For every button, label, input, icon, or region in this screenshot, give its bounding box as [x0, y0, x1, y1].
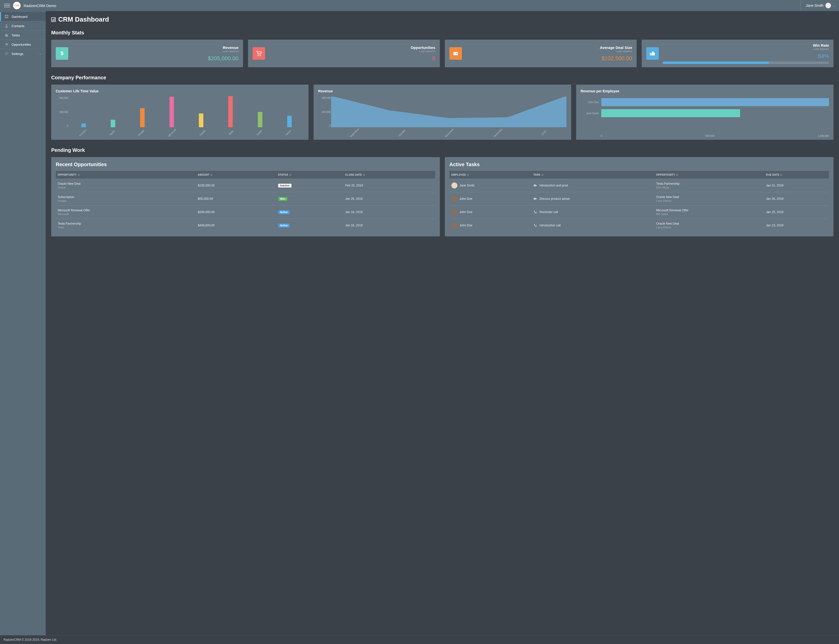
sort-icon: ☰: [363, 174, 365, 176]
status-badge: Inactive: [278, 184, 291, 187]
svg-rect-12: [52, 20, 53, 21]
status-badge: Active: [278, 223, 290, 227]
user-menu[interactable]: Jane Smith ⌄: [801, 0, 835, 11]
avatar-icon: [451, 196, 457, 202]
table-row[interactable]: John DoeIntroduction callOracle New Deal…: [449, 219, 829, 232]
tasks-icon: [5, 33, 8, 37]
chart-icon: [51, 17, 56, 22]
stat-card-opportunities: OpportunitiesLAST MONTH8: [248, 39, 440, 67]
table-row[interactable]: Oracle New DealOracle$150,000.00Inactive…: [56, 179, 435, 192]
avatar-icon: [451, 209, 457, 215]
contacts-icon: [5, 24, 8, 28]
column-header[interactable]: STATUS☰: [276, 171, 343, 179]
progress-bar: [663, 61, 829, 64]
phone-icon: [533, 210, 538, 214]
bar: [228, 96, 233, 127]
stat-card-win-rate: Win RateLAST MONTH64%: [642, 39, 834, 67]
section-title: Pending Work: [51, 147, 834, 153]
app-title: RadzenCRM Demo: [24, 3, 56, 8]
sort-icon: ☰: [541, 174, 543, 176]
svg-point-11: [6, 53, 7, 54]
svg-text:$: $: [61, 51, 63, 56]
svg-marker-20: [331, 97, 566, 127]
revenue-chart: Revenue 200,000100,0000 SeptemberOctober…: [314, 85, 571, 140]
cart-icon: [5, 43, 8, 46]
column-header[interactable]: AMOUNT☰: [196, 171, 276, 179]
app-logo: CRM: [13, 2, 21, 9]
pending-row: Recent Opportunities OPPORTUNITY☰AMOUNT☰…: [51, 157, 834, 237]
bar: [140, 108, 145, 127]
phone-icon: [533, 223, 538, 227]
opportunities-card: Recent Opportunities OPPORTUNITY☰AMOUNT☰…: [51, 157, 440, 237]
bar: [111, 120, 115, 128]
topbar: CRM RadzenCRM Demo Jane Smith ⌄: [0, 0, 839, 11]
bar: [199, 113, 203, 127]
sort-icon: ☰: [676, 174, 678, 176]
bar: [258, 112, 262, 127]
svg-point-9: [6, 46, 7, 46]
stat-card-average-deal-size: Average Deal SizeLAST MONTH$102,500.00: [445, 39, 637, 67]
avatar-icon: [451, 182, 457, 189]
table-row[interactable]: John DoeDiscuss product advanOracle New …: [449, 192, 829, 205]
svg-rect-8: [6, 34, 7, 34]
gear-icon: [5, 52, 8, 56]
footer: RadzenCRM © 2016-2019, Radzen Ltd.: [0, 635, 839, 644]
table-row[interactable]: Jane SmithIntroduction and prodTesla Par…: [449, 179, 829, 192]
opportunities-table: OPPORTUNITY☰AMOUNT☰STATUS☰CLOSE DATE☰ Or…: [56, 171, 435, 232]
video-icon: [533, 197, 538, 200]
nav-item-settings[interactable]: Settings⌄: [0, 49, 46, 58]
svg-point-10: [7, 46, 8, 46]
stats-row: $RevenueLAST MONTH$205,000.00Opportuniti…: [51, 39, 834, 67]
table-row[interactable]: SubscriptionGoogle$55,000.00WonJan 29, 2…: [56, 192, 435, 205]
bar: [601, 109, 740, 117]
bar: [81, 123, 86, 127]
chevron-down-icon: ⌄: [833, 4, 835, 7]
cart-icon: [253, 47, 265, 60]
page-title: CRM Dashboard: [51, 16, 834, 23]
svg-rect-13: [53, 19, 54, 21]
bar: [601, 98, 829, 106]
sort-icon: ☰: [289, 174, 291, 176]
svg-rect-22: [534, 198, 536, 200]
main-content: CRM Dashboard Monthly Stats $RevenueLAST…: [46, 11, 839, 635]
table-row[interactable]: Tesla PartnershipTesla$400,000.00ActiveJ…: [56, 219, 435, 232]
svg-rect-7: [5, 34, 8, 37]
column-header[interactable]: OPPORTUNITY☰: [56, 171, 196, 179]
tasks-card: Active Tasks EMPLOYEE☰TASK☰OPPORTUNITY☰D…: [445, 157, 834, 237]
table-row[interactable]: John DoeReminder callMicrosoft Renewal O…: [449, 205, 829, 219]
hamburger-icon[interactable]: [4, 3, 10, 8]
nav-item-tasks[interactable]: Tasks: [0, 30, 46, 39]
status-badge: Won: [278, 197, 288, 201]
table-row[interactable]: Microsoft Renewal OfferMicrosoft$200,000…: [56, 205, 435, 219]
sort-icon: ☰: [780, 174, 782, 176]
thumb-icon: [646, 47, 659, 60]
dollar-icon: $: [56, 47, 68, 60]
svg-rect-3: [7, 15, 8, 16]
section-title: Monthly Stats: [51, 30, 834, 36]
nav-item-contacts[interactable]: Contacts: [0, 21, 46, 30]
nav-item-opportunities[interactable]: Opportunities: [0, 39, 46, 49]
user-name: Jane Smith: [806, 3, 823, 8]
column-header[interactable]: DUE DATE☰: [764, 171, 829, 179]
svg-point-6: [6, 25, 7, 26]
svg-rect-14: [54, 18, 55, 21]
column-header[interactable]: TASK☰: [531, 171, 654, 179]
sort-icon: ☰: [211, 174, 212, 176]
sort-icon: ☰: [78, 174, 80, 176]
svg-rect-21: [534, 185, 536, 186]
sort-icon: ☰: [467, 174, 469, 176]
svg-point-19: [456, 53, 457, 54]
chevron-down-icon: ⌄: [39, 53, 41, 55]
charts-row: Customer Life Time Value 400,000200,0000…: [51, 85, 834, 140]
column-header[interactable]: EMPLOYEE☰: [449, 171, 531, 179]
nav-item-dashboard[interactable]: Dashboard: [0, 12, 46, 21]
svg-point-16: [258, 55, 258, 56]
video-icon: [533, 184, 538, 187]
column-header[interactable]: OPPORTUNITY☰: [654, 171, 764, 179]
column-header[interactable]: CLOSE DATE☰: [343, 171, 435, 179]
tasks-table: EMPLOYEE☰TASK☰OPPORTUNITY☰DUE DATE☰ Jane…: [449, 171, 829, 232]
avatar-icon: [451, 222, 457, 228]
section-title: Company Performance: [51, 75, 834, 80]
svg-text:CRM: CRM: [15, 4, 19, 7]
avatar-icon: [826, 3, 831, 8]
